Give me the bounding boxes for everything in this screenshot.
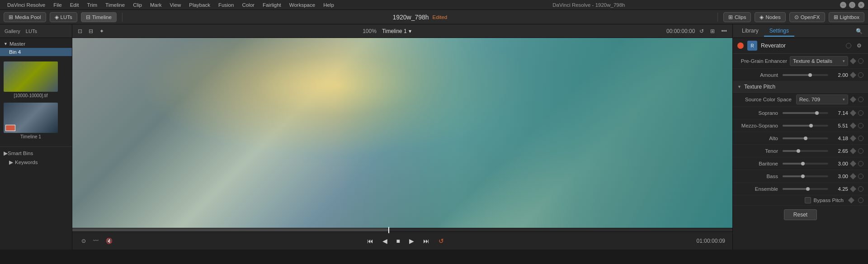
ensemble-slider-handle[interactable] <box>806 187 810 191</box>
menu-fusion[interactable]: Fusion <box>215 1 238 9</box>
loop-button[interactable]: ↺ <box>437 236 445 246</box>
master-bin-header[interactable]: ▼ Master <box>0 40 72 48</box>
menu-trim[interactable]: Trim <box>84 1 101 9</box>
menu-playback[interactable]: Playback <box>185 1 214 9</box>
menu-mark[interactable]: Mark <box>146 1 165 9</box>
ensemble-slider[interactable] <box>783 188 828 190</box>
baritone-slider[interactable] <box>783 163 828 165</box>
stop-button[interactable]: ■ <box>395 236 401 246</box>
pregrain-reset-icon[interactable] <box>858 58 863 64</box>
luts-panel-button[interactable]: LUTs <box>24 28 39 35</box>
menu-edit[interactable]: Edit <box>66 1 83 9</box>
source-color-space-dropdown[interactable]: Rec. 709 ▾ <box>796 94 848 104</box>
bypass-pitch-reset-icon[interactable] <box>858 198 863 203</box>
viewer-btn-2[interactable]: ⊟ <box>87 27 95 35</box>
smart-bins-header[interactable]: ▶ Smart Bins <box>0 149 72 158</box>
zoom-level[interactable]: 100% <box>361 27 378 35</box>
soprano-slider-handle[interactable] <box>815 111 819 115</box>
tenor-slider[interactable] <box>783 150 828 152</box>
texture-pitch-section[interactable]: ▼ Texture Pitch <box>733 81 868 93</box>
tab-library[interactable]: Library <box>736 26 764 37</box>
soprano-keyframe-icon[interactable] <box>850 109 856 116</box>
menu-timeline[interactable]: Timeline <box>102 1 128 9</box>
menu-help[interactable]: Help <box>320 1 338 9</box>
minimize-button[interactable]: ─ <box>840 2 846 8</box>
more-options-icon[interactable]: ••• <box>719 27 729 35</box>
lightbox-button[interactable]: ⊞ Lightbox <box>829 12 864 22</box>
gallery-button[interactable]: Gallery <box>3 28 22 35</box>
reset-button[interactable]: Reset <box>784 209 817 220</box>
nodes-button[interactable]: ◈ Nodes <box>755 12 785 22</box>
bass-keyframe-icon[interactable] <box>850 173 856 179</box>
media-thumb-timeline[interactable]: Timeline 1 <box>4 103 58 139</box>
amount-slider[interactable] <box>783 74 828 76</box>
menu-color[interactable]: Color <box>238 1 258 9</box>
pregrain-keyframe-icon[interactable] <box>850 58 856 64</box>
media-thumb-tif[interactable]: [10000-10000].tif <box>4 61 58 98</box>
loop-icon[interactable]: ↺ <box>698 27 706 35</box>
prev-frame-button[interactable]: ◀ <box>381 236 389 246</box>
baritone-slider-handle[interactable] <box>801 162 805 165</box>
skip-to-start-button[interactable]: ⏮ <box>366 236 375 246</box>
menu-clip[interactable]: Clip <box>129 1 146 9</box>
source-cs-reset-icon[interactable] <box>858 97 863 102</box>
maximize-button[interactable]: □ <box>849 2 855 8</box>
reverator-icon[interactable]: ⊙ <box>80 237 88 245</box>
search-icon[interactable]: 🔍 <box>854 27 864 35</box>
menu-view[interactable]: View <box>166 1 185 9</box>
tenor-slider-handle[interactable] <box>797 149 800 153</box>
close-button[interactable]: ✕ <box>858 2 864 8</box>
timeline-button[interactable]: ⊟ Timeline <box>81 12 117 22</box>
mezzo-soprano-keyframe-icon[interactable] <box>850 122 856 128</box>
bin-4-item[interactable]: Bin 4 <box>0 48 72 56</box>
luts-button[interactable]: ◈ LUTs <box>50 12 77 22</box>
waveform-icon[interactable]: 〰 <box>91 237 100 245</box>
bypass-pitch-keyframe-icon[interactable] <box>848 197 854 203</box>
alto-slider[interactable] <box>783 137 828 139</box>
effect-reset-circle[interactable] <box>846 43 851 48</box>
ensemble-keyframe-icon[interactable] <box>850 185 856 192</box>
bass-slider[interactable] <box>783 175 828 177</box>
alto-reset-icon[interactable] <box>858 136 863 141</box>
source-cs-keyframe-icon[interactable] <box>850 96 856 103</box>
viewer-btn-3[interactable]: ✦ <box>98 27 106 35</box>
keywords-item[interactable]: ▶ Keywords <box>0 158 72 167</box>
bass-reset-icon[interactable] <box>858 174 863 179</box>
fit-icon[interactable]: ⊞ <box>708 27 717 35</box>
amount-reset-icon[interactable] <box>858 72 863 78</box>
mezzo-soprano-slider-handle[interactable] <box>809 124 813 127</box>
amount-slider-handle[interactable] <box>808 73 812 77</box>
tenor-keyframe-icon[interactable] <box>850 147 856 154</box>
alto-slider-handle[interactable] <box>804 137 807 140</box>
tab-settings[interactable]: Settings <box>764 26 794 37</box>
soprano-slider[interactable] <box>783 112 828 114</box>
alto-keyframe-icon[interactable] <box>850 135 856 141</box>
progress-bar[interactable] <box>72 228 389 231</box>
baritone-keyframe-icon[interactable] <box>850 160 856 166</box>
pregrain-dropdown[interactable]: Texture & Details ▾ <box>790 56 848 66</box>
menu-workspace[interactable]: Workspace <box>286 1 319 9</box>
play-button[interactable]: ▶ <box>408 236 415 246</box>
menu-app[interactable]: DaVinci Resolve <box>4 1 49 9</box>
progress-handle[interactable] <box>388 227 389 233</box>
openfx-button[interactable]: ⊙ OpenFX <box>789 12 825 22</box>
bass-slider-handle[interactable] <box>801 174 805 178</box>
soprano-reset-icon[interactable] <box>858 110 863 116</box>
media-pool-button[interactable]: ⊞ Media Pool <box>4 12 46 22</box>
bypass-pitch-checkbox[interactable] <box>805 197 811 203</box>
skip-to-end-button[interactable]: ⏭ <box>422 236 431 246</box>
viewer-btn-1[interactable]: ⊡ <box>76 27 84 35</box>
mezzo-soprano-slider[interactable] <box>783 125 828 127</box>
mute-icon[interactable]: 🔇 <box>104 237 114 245</box>
clips-button[interactable]: ⊞ Clips <box>723 12 751 22</box>
effect-settings-icon[interactable]: ⚙ <box>855 42 863 50</box>
menu-file[interactable]: File <box>50 1 66 9</box>
timeline-name-display[interactable]: Timeline 1 ▾ <box>382 28 411 34</box>
baritone-reset-icon[interactable] <box>858 161 863 166</box>
tenor-reset-icon[interactable] <box>858 148 863 154</box>
amount-keyframe-icon[interactable] <box>850 71 856 78</box>
progress-bar-container[interactable] <box>72 228 732 231</box>
mezzo-soprano-reset-icon[interactable] <box>858 123 863 128</box>
menu-fairlight[interactable]: Fairlight <box>259 1 285 9</box>
ensemble-reset-icon[interactable] <box>858 186 863 192</box>
